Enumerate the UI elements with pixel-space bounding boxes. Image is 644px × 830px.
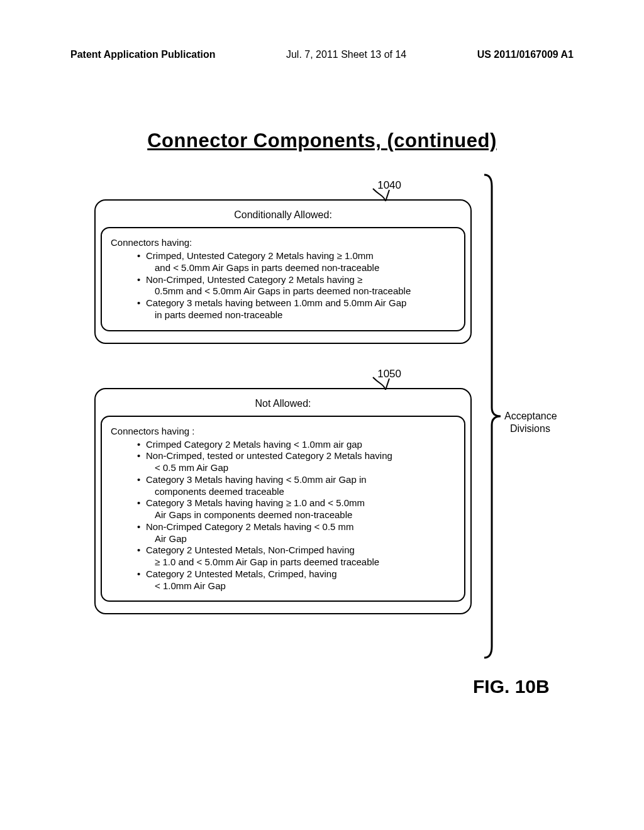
bullet-cont: 0.5mm and < 5.0mm Air Gaps in parts deem… xyxy=(146,285,411,296)
bullet-cont: Air Gap xyxy=(146,533,187,544)
acceptance-line1: Acceptance xyxy=(504,411,557,421)
box-1040-heading: Conditionally Allowed: xyxy=(101,206,465,227)
bullet-text: Non-Crimped Category 2 Metals having < 0… xyxy=(146,521,354,532)
title-area: Connector Components, (continued) xyxy=(0,130,644,152)
box-1050-list: Crimped Category 2 Metals having < 1.0mm… xyxy=(111,439,455,592)
box-1040-list: Crimped, Untested Category 2 Metals havi… xyxy=(111,250,455,321)
list-item: Category 2 Untested Metals, Non-Crimped … xyxy=(137,545,455,568)
box-conditionally-allowed: 1040 Conditionally Allowed: Connectors h… xyxy=(94,199,472,344)
bullet-cont: < 0.5 mm Air Gap xyxy=(146,462,228,473)
box-1050-lead: Connectors having : xyxy=(111,426,455,436)
list-item: Category 3 Metals having having ≥ 1.0 an… xyxy=(137,497,455,521)
bullet-text: Category 3 metals having between 1.0mm a… xyxy=(146,297,406,308)
bullet-cont: components deemed traceable xyxy=(146,486,284,497)
bullet-text: Non-Crimped, Untested Category 2 Metals … xyxy=(146,274,362,285)
bullet-cont: in parts deemed non-traceable xyxy=(146,309,282,320)
header-left: Patent Application Publication xyxy=(70,49,216,60)
bullet-cont: Air Gaps in components deemed non-tracea… xyxy=(146,509,352,520)
box-not-allowed: 1050 Not Allowed: Connectors having : Cr… xyxy=(94,388,472,615)
leader-1040-icon xyxy=(370,187,392,204)
acceptance-divisions-label: Acceptance Divisions xyxy=(504,410,557,435)
bullet-text: Category 2 Untested Metals, Crimped, hav… xyxy=(146,568,336,579)
header-center: Jul. 7, 2011 Sheet 13 of 14 xyxy=(286,49,406,60)
bullet-text: Non-Crimped, tested or untested Category… xyxy=(146,450,392,461)
list-item: Category 2 Untested Metals, Crimped, hav… xyxy=(137,568,455,592)
acceptance-line2: Divisions xyxy=(510,423,550,434)
bullet-text: Crimped, Untested Category 2 Metals havi… xyxy=(146,250,374,261)
list-item: Category 3 metals having between 1.0mm a… xyxy=(137,297,455,321)
box-1050-inner: Connectors having : Crimped Category 2 M… xyxy=(101,416,465,602)
list-item: Non-Crimped Category 2 Metals having < 0… xyxy=(137,521,455,545)
bullet-text: Category 3 Metals having having < 5.0mm … xyxy=(146,474,367,485)
list-item: Crimped, Untested Category 2 Metals havi… xyxy=(137,250,455,274)
box-1050-heading: Not Allowed: xyxy=(101,394,465,416)
bullet-cont: and < 5.0mm Air Gaps in parts deemed non… xyxy=(146,262,379,273)
bullet-cont: ≥ 1.0 and < 5.0mm Air Gap in parts deeme… xyxy=(146,556,379,567)
leader-1050-icon xyxy=(370,376,392,392)
figure-label: FIG. 10B xyxy=(473,676,550,697)
header-right: US 2011/0167009 A1 xyxy=(477,49,574,60)
box-1040-inner: Connectors having: Crimped, Untested Cat… xyxy=(101,227,465,331)
page-title: Connector Components, (continued) xyxy=(147,130,497,152)
bullet-text: Category 2 Untested Metals, Non-Crimped … xyxy=(146,545,355,555)
figure-area: 1040 Conditionally Allowed: Connectors h… xyxy=(94,171,472,614)
box-1040-lead: Connectors having: xyxy=(111,237,455,248)
bracket-icon xyxy=(482,171,503,661)
bullet-cont: < 1.0mm Air Gap xyxy=(146,580,226,591)
page-header: Patent Application Publication Jul. 7, 2… xyxy=(0,0,644,60)
list-item: Non-Crimped, tested or untested Category… xyxy=(137,450,455,474)
bullet-text: Crimped Category 2 Metals having < 1.0mm… xyxy=(146,439,362,450)
list-item: Non-Crimped, Untested Category 2 Metals … xyxy=(137,274,455,298)
list-item: Crimped Category 2 Metals having < 1.0mm… xyxy=(137,439,455,451)
bullet-text: Category 3 Metals having having ≥ 1.0 an… xyxy=(146,497,365,508)
list-item: Category 3 Metals having having < 5.0mm … xyxy=(137,474,455,498)
